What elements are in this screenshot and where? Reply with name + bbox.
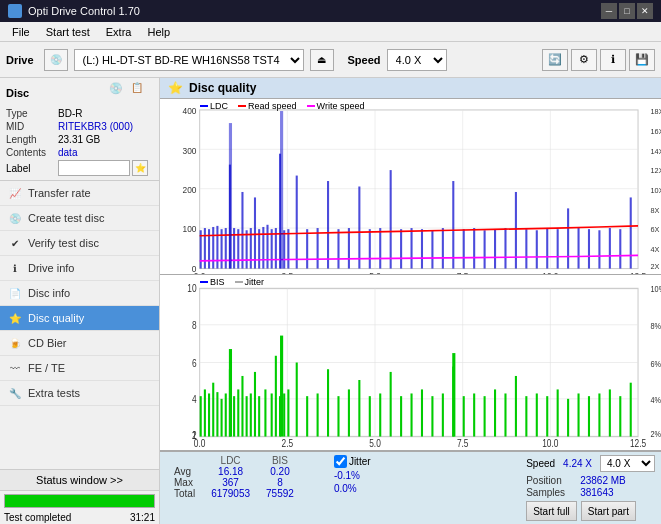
jitter-checkbox[interactable] [334, 455, 347, 468]
start-part-button[interactable]: Start part [581, 501, 636, 521]
jitter-legend-label: Jitter [245, 277, 265, 287]
label-icon-button[interactable]: ⭐ [132, 160, 148, 176]
maximize-button[interactable]: □ [619, 3, 635, 19]
nav-item-disc-quality[interactable]: ⭐Disc quality [0, 306, 159, 331]
position-val: 23862 MB [580, 475, 626, 486]
svg-rect-84 [280, 111, 283, 269]
nav-item-fe-te[interactable]: 〰FE / TE [0, 356, 159, 381]
svg-rect-41 [254, 197, 256, 268]
create-test-disc-icon: 💿 [8, 211, 22, 225]
menu-item-extra[interactable]: Extra [98, 24, 140, 40]
write-speed-legend-dot [307, 105, 315, 107]
svg-rect-129 [283, 393, 285, 436]
svg-text:6: 6 [192, 356, 197, 368]
svg-rect-141 [400, 396, 402, 436]
save-button[interactable]: 💾 [629, 49, 655, 71]
position-row: Position 23862 MB [526, 475, 655, 486]
svg-rect-54 [337, 229, 339, 268]
max-row: Max 367 8 [166, 477, 322, 488]
svg-text:18X: 18X [651, 107, 661, 116]
svg-rect-163 [630, 383, 632, 437]
svg-text:2.5: 2.5 [282, 271, 294, 274]
svg-rect-133 [317, 393, 319, 436]
svg-rect-81 [619, 229, 621, 268]
window-controls: ─ □ ✕ [601, 3, 653, 19]
stat-empty2-col [302, 455, 322, 466]
progress-bar-container [4, 494, 155, 508]
nav-item-disc-info[interactable]: 📄Disc info [0, 281, 159, 306]
jitter-legend: Jitter [235, 277, 265, 287]
bis-legend-label: BIS [210, 277, 225, 287]
svg-text:5.0: 5.0 [369, 271, 381, 274]
label-input[interactable] [58, 160, 130, 176]
start-full-button[interactable]: Start full [526, 501, 577, 521]
svg-rect-125 [264, 389, 266, 436]
ldc-legend-dot [200, 105, 208, 107]
nav-item-drive-info[interactable]: ℹDrive info [0, 256, 159, 281]
nav-item-cd-bier[interactable]: 🍺CD Bier [0, 331, 159, 356]
svg-rect-136 [348, 389, 350, 436]
stats-table: LDC BIS Avg 16.18 0.20 Max 367 8 [166, 455, 322, 499]
svg-rect-137 [358, 380, 360, 437]
menu-item-file[interactable]: File [4, 24, 38, 40]
close-button[interactable]: ✕ [637, 3, 653, 19]
svg-rect-73 [536, 230, 538, 268]
nav-item-verify-test-disc[interactable]: ✔Verify test disc [0, 231, 159, 256]
stat-ldc-header: LDC [203, 455, 258, 466]
nav-item-transfer-rate[interactable]: 📈Transfer rate [0, 181, 159, 206]
svg-text:100: 100 [183, 224, 197, 234]
svg-rect-68 [484, 230, 486, 268]
bottom-chart-legend: BIS Jitter [200, 277, 264, 287]
top-chart-legend: LDC Read speed Write speed [200, 101, 364, 111]
cd-bier-label: CD Bier [28, 337, 67, 349]
drive-icon-button[interactable]: 💿 [44, 49, 68, 71]
contents-key: Contents [6, 147, 58, 158]
nav-item-create-test-disc[interactable]: 💿Create test disc [0, 206, 159, 231]
svg-rect-154 [536, 393, 538, 436]
nav-item-extra-tests[interactable]: 🔧Extra tests [0, 381, 159, 406]
speed-select[interactable]: 4.0 X [387, 49, 447, 71]
drive-select[interactable]: (L:) HL-DT-ST BD-RE WH16NS58 TST4 [74, 49, 304, 71]
svg-text:300: 300 [183, 146, 197, 156]
svg-rect-57 [369, 229, 371, 268]
samples-val: 381643 [580, 487, 613, 498]
menu-item-help[interactable]: Help [139, 24, 178, 40]
svg-text:200: 200 [183, 185, 197, 195]
svg-rect-132 [306, 396, 308, 436]
svg-rect-32 [216, 226, 218, 269]
disc-icon: 💿 [109, 82, 131, 104]
svg-text:7.5: 7.5 [457, 271, 469, 274]
svg-rect-164 [229, 349, 232, 437]
right-controls: Speed 4.24 X 4.0 X Position 23862 MB Sam… [526, 455, 655, 521]
svg-text:10X: 10X [651, 186, 661, 195]
write-speed-legend: Write speed [307, 101, 365, 111]
svg-rect-115 [221, 399, 223, 437]
status-window-button[interactable]: Status window >> [0, 470, 159, 491]
refresh-button[interactable]: 🔄 [542, 49, 568, 71]
mid-val: RITEKBR3 (000) [58, 121, 133, 132]
verify-test-disc-icon: ✔ [8, 236, 22, 250]
svg-rect-118 [233, 396, 235, 436]
disc-info-label: Disc info [28, 287, 70, 299]
info-button[interactable]: ℹ [600, 49, 626, 71]
fe-te-label: FE / TE [28, 362, 65, 374]
minimize-button[interactable]: ─ [601, 3, 617, 19]
svg-rect-0 [200, 110, 638, 269]
svg-rect-29 [204, 228, 206, 268]
status-section: Status window >> Test completed 31:21 [0, 469, 159, 524]
progress-bar-fill [5, 495, 154, 507]
svg-rect-166 [452, 353, 455, 436]
svg-rect-114 [216, 392, 218, 436]
cd-bier-icon: 🍺 [8, 336, 22, 350]
menu-item-start-test[interactable]: Start test [38, 24, 98, 40]
drive-bar: Drive 💿 (L:) HL-DT-ST BD-RE WH16NS58 TST… [0, 42, 661, 78]
settings-button[interactable]: ⚙ [571, 49, 597, 71]
svg-rect-120 [241, 376, 243, 437]
svg-text:7.5: 7.5 [457, 437, 469, 449]
length-key: Length [6, 134, 58, 145]
speed-dropdown[interactable]: 4.0 X [600, 455, 655, 472]
svg-rect-140 [390, 372, 392, 437]
jitter-check-label: Jitter [349, 456, 371, 467]
title-bar: Opti Drive Control 1.70 ─ □ ✕ [0, 0, 661, 22]
eject-button[interactable]: ⏏ [310, 49, 334, 71]
